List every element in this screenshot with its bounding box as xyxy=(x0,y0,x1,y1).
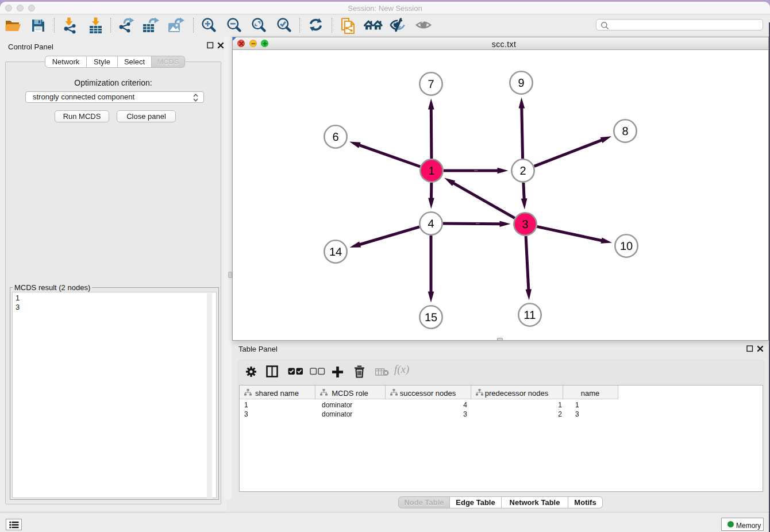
svg-text:2: 2 xyxy=(519,165,526,178)
svg-text:11: 11 xyxy=(524,309,536,322)
svg-text:9: 9 xyxy=(518,77,524,90)
svg-text:15: 15 xyxy=(425,311,437,324)
svg-text:10: 10 xyxy=(620,240,633,253)
svg-text:6: 6 xyxy=(332,131,338,144)
svg-text:8: 8 xyxy=(622,125,628,138)
svg-text:4: 4 xyxy=(428,218,434,230)
svg-text:7: 7 xyxy=(428,78,434,91)
svg-text:1: 1 xyxy=(428,165,434,178)
svg-text:3: 3 xyxy=(522,218,528,231)
svg-text:14: 14 xyxy=(329,246,342,259)
